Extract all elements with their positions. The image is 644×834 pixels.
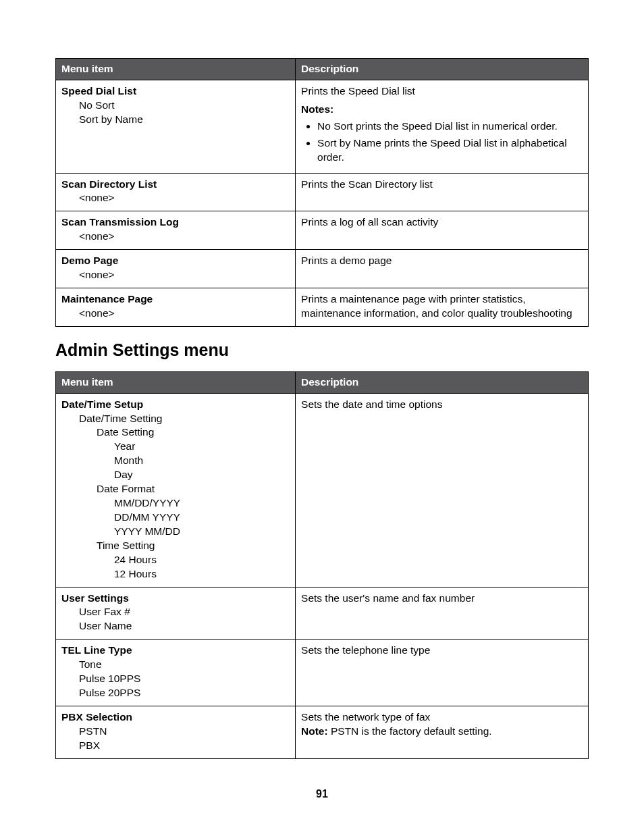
col-header-menu-item: Menu item <box>56 59 296 80</box>
table-row: Maintenance Page <none> Prints a mainten… <box>56 288 589 327</box>
table-row: User Settings User Fax # User Name Sets … <box>56 587 589 640</box>
description-cell: Sets the network type of fax Note: PSTN … <box>296 706 589 759</box>
table-row: Demo Page <none> Prints a demo page <box>56 250 589 288</box>
menu-item-title: Date/Time Setup <box>61 398 143 410</box>
menu-item-option: <none> <box>61 307 290 321</box>
menu-item-option: Pulse 10PPS <box>61 672 290 686</box>
description-cell: Prints the Speed Dial list Notes: No Sor… <box>296 80 589 173</box>
menu-item-cell: Date/Time Setup Date/Time Setting Date S… <box>56 393 296 587</box>
menu-item-option: Date/Time Setting <box>61 412 290 426</box>
description-cell: Sets the user's name and fax number <box>296 587 589 640</box>
menu-item-option: PBX <box>61 739 290 753</box>
menu-item-option: <none> <box>61 191 290 205</box>
table-header-row: Menu item Description <box>56 59 589 80</box>
description-cell: Prints the Scan Directory list <box>296 173 589 211</box>
menu-table-reports: Menu item Description Speed Dial List No… <box>55 58 589 327</box>
table-row: Scan Transmission Log <none> Prints a lo… <box>56 211 589 250</box>
menu-item-cell: Scan Directory List <none> <box>56 173 296 211</box>
menu-item-option: No Sort <box>61 99 290 113</box>
menu-item-option: Month <box>61 454 290 468</box>
table-row: PBX Selection PSTN PBX Sets the network … <box>56 706 589 759</box>
menu-item-option: Date Setting <box>61 425 290 440</box>
menu-item-option: Tone <box>61 658 290 672</box>
menu-item-title: Demo Page <box>61 255 118 266</box>
document-page: Menu item Description Speed Dial List No… <box>0 0 644 834</box>
col-header-description: Description <box>296 371 589 393</box>
menu-item-cell: User Settings User Fax # User Name <box>56 587 296 640</box>
table-row: Scan Directory List <none> Prints the Sc… <box>56 173 589 211</box>
menu-item-title: Scan Directory List <box>61 178 157 190</box>
description-cell: Prints a maintenance page with printer s… <box>296 288 589 327</box>
menu-item-option: Date Format <box>61 482 290 496</box>
menu-item-option: User Name <box>61 619 290 633</box>
menu-item-option: Time Setting <box>61 539 290 553</box>
menu-item-title: Scan Transmission Log <box>61 216 179 228</box>
table-row: Speed Dial List No Sort Sort by Name Pri… <box>56 80 589 173</box>
description-text: Sets the network type of fax <box>301 711 430 723</box>
menu-item-option: 24 Hours <box>61 553 290 567</box>
menu-item-option: PSTN <box>61 725 290 739</box>
note-label: Note: <box>301 725 328 737</box>
menu-item-cell: TEL Line Type Tone Pulse 10PPS Pulse 20P… <box>56 640 296 706</box>
menu-item-cell: Scan Transmission Log <none> <box>56 211 296 250</box>
menu-item-option: <none> <box>61 268 290 282</box>
note-text: PSTN is the factory default setting. <box>328 725 492 737</box>
notes-list: No Sort prints the Speed Dial list in nu… <box>301 120 583 165</box>
menu-item-cell: PBX Selection PSTN PBX <box>56 706 296 759</box>
table-row: Date/Time Setup Date/Time Setting Date S… <box>56 393 589 587</box>
menu-item-cell: Maintenance Page <none> <box>56 288 296 327</box>
menu-item-option: YYYY MM/DD <box>61 525 290 539</box>
menu-item-cell: Speed Dial List No Sort Sort by Name <box>56 80 296 173</box>
description-text: Prints the Speed Dial list <box>301 85 415 97</box>
page-number: 91 <box>0 787 644 802</box>
description-cell: Prints a demo page <box>296 250 589 288</box>
table-header-row: Menu item Description <box>56 371 589 393</box>
note-item: Sort by Name prints the Speed Dial list … <box>317 136 583 165</box>
menu-item-option: 12 Hours <box>61 567 290 581</box>
menu-item-title: User Settings <box>61 592 129 604</box>
col-header-menu-item: Menu item <box>56 371 296 393</box>
note-item: No Sort prints the Speed Dial list in nu… <box>317 120 583 134</box>
menu-item-title: PBX Selection <box>61 711 132 723</box>
menu-item-option: Day <box>61 468 290 482</box>
menu-item-cell: Demo Page <none> <box>56 250 296 288</box>
description-cell: Prints a log of all scan activity <box>296 211 589 250</box>
menu-item-option: MM/DD/YYYY <box>61 496 290 511</box>
table-row: TEL Line Type Tone Pulse 10PPS Pulse 20P… <box>56 640 589 706</box>
menu-item-option: <none> <box>61 230 290 244</box>
menu-item-option: Sort by Name <box>61 113 290 127</box>
menu-table-admin-settings: Menu item Description Date/Time Setup Da… <box>55 371 589 759</box>
menu-item-title: Maintenance Page <box>61 293 153 305</box>
section-heading-admin-settings: Admin Settings menu <box>55 339 589 362</box>
menu-item-title: Speed Dial List <box>61 85 136 97</box>
description-cell: Sets the telephone line type <box>296 640 589 706</box>
description-cell: Sets the date and time options <box>296 393 589 587</box>
menu-item-option: DD/MM YYYY <box>61 511 290 525</box>
col-header-description: Description <box>296 59 589 80</box>
menu-item-title: TEL Line Type <box>61 644 132 656</box>
menu-item-option: Year <box>61 440 290 454</box>
menu-item-option: Pulse 20PPS <box>61 686 290 700</box>
notes-label: Notes: <box>301 103 583 117</box>
menu-item-option: User Fax # <box>61 605 290 619</box>
